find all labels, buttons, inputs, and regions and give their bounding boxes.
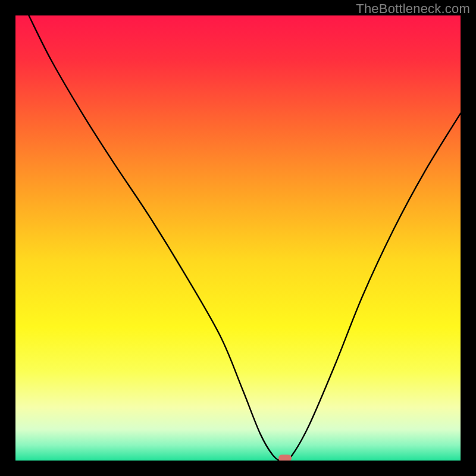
optimal-point-marker [278,455,292,461]
curve-layer [15,15,461,461]
chart-container: TheBottleneck.com [0,0,476,476]
bottleneck-curve [29,15,461,461]
watermark-text: TheBottleneck.com [356,1,470,17]
plot-area [15,15,461,461]
